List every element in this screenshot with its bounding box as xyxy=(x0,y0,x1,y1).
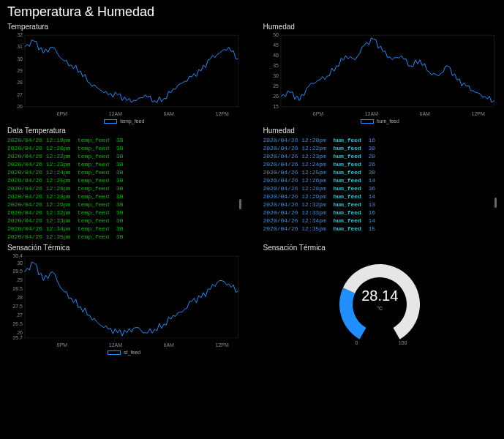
svg-text:27: 27 xyxy=(17,92,23,97)
svg-text:15: 15 xyxy=(273,104,279,109)
log-row: 2020/04/26 12:26pm hum_feed 14 xyxy=(263,176,492,184)
gauge-st[interactable]: 0100 28.14 °C xyxy=(263,253,497,348)
legend-st: st_feed xyxy=(7,350,241,355)
svg-text:27: 27 xyxy=(17,312,23,318)
svg-text:40: 40 xyxy=(273,53,279,58)
log-temp[interactable]: 2020/04/26 12:19pm temp_feed 302020/04/2… xyxy=(7,136,241,241)
log-row: 2020/04/26 12:32pm hum_feed 13 xyxy=(263,200,492,209)
svg-rect-12 xyxy=(280,35,494,107)
panel-humedad: Humedad 15202530354045506PM12AM6AM12PM h… xyxy=(263,23,497,124)
svg-text:12PM: 12PM xyxy=(471,111,484,116)
svg-text:6PM: 6PM xyxy=(312,111,323,116)
log-row: 2020/04/26 12:23pm hum_feed 29 xyxy=(263,152,492,160)
svg-text:6PM: 6PM xyxy=(57,342,68,348)
scrollbar-thumb[interactable] xyxy=(494,198,497,208)
svg-text:25.7: 25.7 xyxy=(12,335,23,340)
svg-text:30: 30 xyxy=(17,260,23,266)
log-row: 2020/04/26 12:28pm temp_feed 30 xyxy=(7,192,236,200)
svg-text:31: 31 xyxy=(17,44,23,49)
svg-text:30: 30 xyxy=(17,56,23,61)
svg-text:28.5: 28.5 xyxy=(12,286,23,291)
svg-text:12AM: 12AM xyxy=(109,111,122,116)
svg-text:28: 28 xyxy=(17,295,23,300)
svg-text:6AM: 6AM xyxy=(164,342,175,348)
log-row: 2020/04/26 12:29pm temp_feed 30 xyxy=(7,200,236,209)
log-row: 2020/04/26 12:19pm temp_feed 30 xyxy=(7,136,236,144)
svg-text:26.5: 26.5 xyxy=(12,321,23,326)
svg-text:12AM: 12AM xyxy=(109,342,122,348)
svg-text:26: 26 xyxy=(17,330,23,335)
svg-text:45: 45 xyxy=(273,42,279,48)
log-row: 2020/04/26 12:35pm hum_feed 15 xyxy=(263,225,492,233)
log-row: 2020/04/26 12:24pm hum_feed 26 xyxy=(263,160,492,168)
log-row: 2020/04/26 12:25pm hum_feed 30 xyxy=(263,168,492,176)
svg-text:26: 26 xyxy=(17,104,23,109)
svg-text:12PM: 12PM xyxy=(216,342,229,348)
svg-text:28: 28 xyxy=(17,80,23,85)
log-row: 2020/04/26 12:35pm temp_feed 30 xyxy=(7,233,236,241)
log-row: 2020/04/26 12:26pm temp_feed 30 xyxy=(7,184,236,192)
panel-title-temp: Temperatura xyxy=(7,23,241,31)
svg-text:25: 25 xyxy=(273,83,279,89)
panel-st-chart: Sensación Térmica 25.72626.52727.52828.5… xyxy=(7,244,241,355)
svg-text:27.5: 27.5 xyxy=(12,304,23,309)
svg-text:6PM: 6PM xyxy=(57,111,68,116)
log-row: 2020/04/26 12:22pm temp_feed 30 xyxy=(7,152,236,160)
log-row: 2020/04/26 12:23pm temp_feed 30 xyxy=(7,160,236,168)
svg-text:29: 29 xyxy=(17,68,23,73)
panel-gauge: Sensación Térmica 0100 28.14 °C xyxy=(263,244,497,355)
log-row: 2020/04/26 12:28pm hum_feed 36 xyxy=(263,184,492,192)
svg-text:30: 30 xyxy=(273,73,279,78)
svg-text:29: 29 xyxy=(17,278,23,283)
svg-text:100: 100 xyxy=(399,340,407,345)
svg-text:12PM: 12PM xyxy=(216,111,229,116)
panel-title-hum: Humedad xyxy=(263,23,497,31)
panel-title-st: Sensación Térmica xyxy=(7,244,241,252)
log-row: 2020/04/26 12:25pm temp_feed 30 xyxy=(7,176,236,184)
panel-title-hum-log: Humedad xyxy=(263,127,497,135)
chart-st[interactable]: 25.72626.52727.52828.52929.53030.46PM12A… xyxy=(7,253,241,348)
panel-temp-log: Data Temperatura 2020/04/26 12:19pm temp… xyxy=(7,127,241,241)
log-row: 2020/04/26 12:34pm temp_feed 30 xyxy=(7,225,236,233)
svg-rect-25 xyxy=(25,256,238,338)
svg-text:30.4: 30.4 xyxy=(12,253,23,258)
panel-title-temp-log: Data Temperatura xyxy=(7,127,241,135)
scrollbar-thumb[interactable] xyxy=(239,199,241,209)
panel-title-gauge: Sensación Térmica xyxy=(263,244,497,252)
svg-text:50: 50 xyxy=(273,32,279,37)
legend-temp: temp_feed xyxy=(7,119,241,124)
svg-rect-0 xyxy=(25,35,238,107)
log-row: 2020/04/26 12:24pm temp_feed 30 xyxy=(7,168,236,176)
svg-text:12AM: 12AM xyxy=(364,111,377,116)
legend-hum: hum_feed xyxy=(263,119,497,124)
log-row: 2020/04/26 12:33pm hum_feed 16 xyxy=(263,209,492,217)
log-row: 2020/04/26 12:34pm hum_feed 14 xyxy=(263,217,492,225)
log-row: 2020/04/26 12:22pm hum_feed 30 xyxy=(263,144,492,152)
log-row: 2020/04/26 12:32pm temp_feed 30 xyxy=(7,209,236,217)
panel-hum-log: Humedad 2020/04/26 12:20pm hum_feed 1620… xyxy=(263,127,497,241)
log-row: 2020/04/26 12:20pm temp_feed 30 xyxy=(7,144,236,152)
svg-text:32: 32 xyxy=(17,32,23,37)
svg-text:35: 35 xyxy=(273,63,279,68)
log-hum[interactable]: 2020/04/26 12:20pm hum_feed 162020/04/26… xyxy=(263,136,497,239)
svg-text:29.5: 29.5 xyxy=(12,269,23,274)
svg-text:6AM: 6AM xyxy=(419,111,430,116)
chart-temperatura[interactable]: 262728293031326PM12AM6AM12PM xyxy=(7,32,241,117)
log-row: 2020/04/26 12:29pm hum_feed 14 xyxy=(263,192,492,200)
log-row: 2020/04/26 12:33pm temp_feed 30 xyxy=(7,217,236,225)
gauge-unit: °C xyxy=(361,306,398,311)
svg-text:0: 0 xyxy=(356,340,358,345)
svg-text:6AM: 6AM xyxy=(164,111,175,116)
chart-humedad[interactable]: 15202530354045506PM12AM6AM12PM xyxy=(263,32,497,117)
page-title: Temperatura & Humedad xyxy=(7,4,497,20)
log-row: 2020/04/26 12:20pm hum_feed 16 xyxy=(263,136,492,144)
svg-text:20: 20 xyxy=(273,94,279,99)
panel-temperatura: Temperatura 262728293031326PM12AM6AM12PM… xyxy=(7,23,241,124)
gauge-value: 28.14 xyxy=(361,288,398,304)
